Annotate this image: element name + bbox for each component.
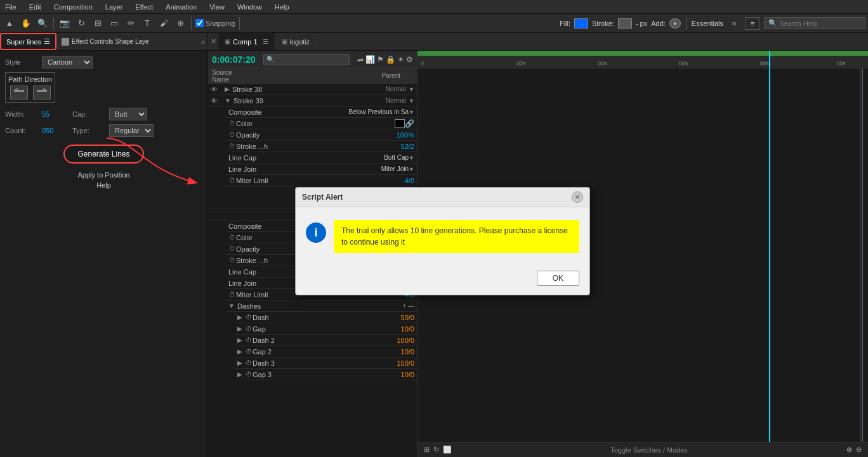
dialog-overlay: Script Alert ✕ i The trial only allows 1… bbox=[0, 0, 868, 457]
dialog-ok-button[interactable]: OK bbox=[537, 271, 579, 286]
dialog-title: Script Alert bbox=[302, 193, 343, 202]
dialog-titlebar: Script Alert ✕ bbox=[296, 188, 589, 207]
dialog-info-icon: i bbox=[306, 222, 326, 243]
dialog-body: i The trial only allows 10 line generati… bbox=[296, 207, 589, 266]
dialog-footer: OK bbox=[296, 266, 589, 295]
dialog-close-button[interactable]: ✕ bbox=[572, 191, 583, 203]
dialog-message: The trial only allows 10 line generation… bbox=[334, 220, 579, 253]
script-alert-dialog: Script Alert ✕ i The trial only allows 1… bbox=[295, 187, 590, 295]
